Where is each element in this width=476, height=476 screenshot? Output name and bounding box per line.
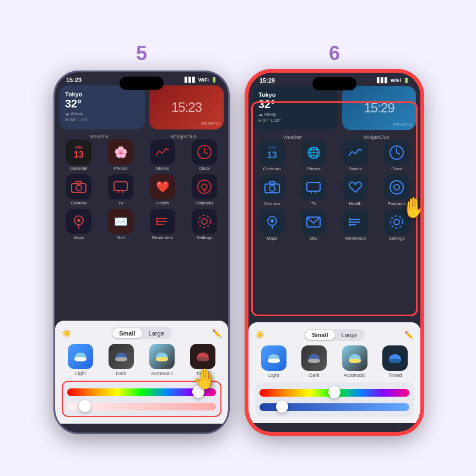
- panel-top-6: ☀️ Small Large ✏️: [255, 329, 414, 341]
- weather-range-6: H:34° L:26°: [258, 118, 332, 123]
- thumb-auto-6: [342, 345, 367, 371]
- clock-time-6: 15:29: [364, 100, 394, 116]
- app-tv-6: TV: [295, 175, 333, 206]
- thumb-auto-5: [149, 344, 175, 369]
- label-tinted-6: Tinted: [388, 372, 402, 378]
- app-grid-6-container: FRI 13 Calendar 🌐 Photos Stocks: [248, 140, 420, 241]
- reminders-icon-6: [343, 209, 368, 235]
- pencil-icon-5[interactable]: ✏️: [212, 329, 221, 338]
- weather-temp-5: 32°: [65, 98, 139, 110]
- option-light-5[interactable]: Light: [62, 344, 99, 376]
- svg-rect-5: [76, 181, 82, 184]
- podcasts-label-5: Podcasts: [196, 201, 214, 205]
- dynamic-island-5: [120, 77, 164, 90]
- panel-top-5: ☀️ Small Large ✏️: [62, 327, 221, 339]
- color-panel-6: ☀️ Small Large ✏️ Light: [248, 322, 420, 423]
- status-icons-5: ▋▋▋ WiFi 🔋: [185, 77, 217, 83]
- wifi-icon-6: WiFi: [391, 78, 401, 83]
- label-auto-6: Automatic: [344, 372, 366, 378]
- photos-icon-6: 🌐: [301, 140, 326, 165]
- mail-icon-5: ✉️: [108, 209, 133, 234]
- widgets-area-5: Tokyo 32° ☁ Windy H:34° L:26° 15:23 FRI,…: [55, 85, 228, 139]
- time-6: 15:29: [259, 77, 275, 84]
- app-stocks-6: Stocks: [336, 140, 375, 171]
- app-health-5: ❤️ Health: [143, 174, 182, 205]
- rainbow-thumb-5[interactable]: [192, 386, 204, 398]
- option-dark-6[interactable]: Dark: [296, 345, 333, 378]
- reminders-icon-5: [150, 209, 175, 234]
- svg-point-36: [271, 219, 274, 223]
- tv-icon-5: [108, 174, 133, 199]
- size-small-5[interactable]: Small: [112, 328, 142, 338]
- app-grid-5-container: FRI 13 Calendar 🌸 Photos Stocks: [55, 139, 228, 240]
- rainbow-slider-5[interactable]: [67, 386, 216, 397]
- stocks-label-5: Stocks: [156, 166, 169, 171]
- thumb-tinted-5: [190, 344, 215, 369]
- size-toggle-6[interactable]: Small Large: [304, 329, 365, 341]
- mail-label-5: Mail: [117, 235, 125, 240]
- photos-label-5: Photos: [114, 166, 128, 171]
- camera-label-6: Camera: [264, 201, 280, 206]
- weather-label-5: Weather: [60, 134, 139, 139]
- camera-icon-6: [259, 175, 285, 200]
- app-maps-6: Maps: [253, 209, 291, 241]
- size-small-6[interactable]: Small: [305, 330, 334, 340]
- svg-point-14: [77, 219, 80, 222]
- signal-icon-6: ▋▋▋: [377, 78, 388, 83]
- widgetclub-label-6: WidgetClub: [337, 134, 416, 140]
- sun-icon-6: ☀️: [255, 331, 264, 339]
- brightness-thumb-5[interactable]: [79, 400, 91, 412]
- rainbow-thumb-6[interactable]: [328, 386, 340, 398]
- clock-date-5: FRI, SEP 13: [201, 121, 219, 126]
- step-6-wrapper: 6 15:29 ▋▋▋ WiFi 🔋 Tokyo 32°: [246, 42, 423, 434]
- svg-line-25: [397, 153, 400, 154]
- brightness-slider-6[interactable]: [259, 401, 409, 412]
- label-dark-5: Dark: [116, 371, 126, 376]
- svg-point-33: [394, 185, 399, 190]
- photos-icon-5: 🌸: [108, 139, 133, 165]
- camera-label-5: Camera: [71, 201, 86, 205]
- option-tinted-6[interactable]: Tinted: [377, 345, 414, 378]
- size-large-6[interactable]: Large: [335, 330, 364, 340]
- sliders-5: [62, 381, 221, 417]
- svg-point-10: [202, 184, 207, 190]
- svg-point-27: [269, 186, 275, 191]
- app-podcasts-5: Podcasts: [185, 174, 224, 205]
- app-maps-5: Maps: [60, 209, 98, 240]
- brightness-slider-5[interactable]: [67, 401, 216, 412]
- thumb-light-5: [68, 344, 93, 369]
- option-auto-5[interactable]: Automatic: [143, 344, 181, 376]
- sliders-6: [255, 382, 414, 416]
- clock-time-5: 15:23: [171, 100, 202, 115]
- option-tinted-5[interactable]: Tinted: [184, 344, 221, 376]
- stocks-label-6: Stocks: [349, 166, 362, 171]
- option-light-6[interactable]: Light: [255, 345, 293, 378]
- svg-point-18: [156, 218, 158, 220]
- widgets-row-5: Tokyo 32° ☁ Windy H:34° L:26° 15:23 FRI,…: [60, 85, 224, 129]
- label-tinted-5: Tinted: [196, 371, 210, 376]
- stocks-icon-5: [150, 139, 175, 165]
- reminders-label-6: Reminders: [344, 236, 366, 241]
- maps-label-6: Maps: [267, 236, 278, 241]
- svg-point-32: [390, 181, 403, 194]
- weather-temp-6: 32°: [258, 98, 332, 111]
- option-auto-6[interactable]: Automatic: [336, 345, 374, 378]
- svg-rect-29: [307, 182, 320, 191]
- clock-label-6: Clock: [391, 166, 402, 171]
- pencil-icon-6[interactable]: ✏️: [404, 331, 414, 339]
- settings-label-5: Settings: [197, 235, 213, 240]
- option-dark-5[interactable]: Dark: [102, 344, 140, 376]
- rainbow-slider-6[interactable]: [259, 387, 409, 398]
- weather-city-5: Tokyo: [65, 91, 139, 98]
- label-light-5: Light: [75, 371, 86, 376]
- size-toggle-5[interactable]: Small Large: [111, 327, 172, 339]
- thumb-light-6: [261, 345, 286, 371]
- brightness-thumb-6[interactable]: [276, 401, 288, 413]
- app-photos-6: 🌐 Photos: [295, 140, 333, 171]
- podcasts-icon-6: [384, 175, 409, 200]
- size-large-5[interactable]: Large: [142, 328, 171, 338]
- camera-icon-5: [66, 174, 91, 199]
- app-mail-5: ✉️ Mail: [101, 209, 140, 240]
- mail-label-6: Mail: [310, 236, 318, 241]
- health-label-6: Health: [349, 201, 361, 206]
